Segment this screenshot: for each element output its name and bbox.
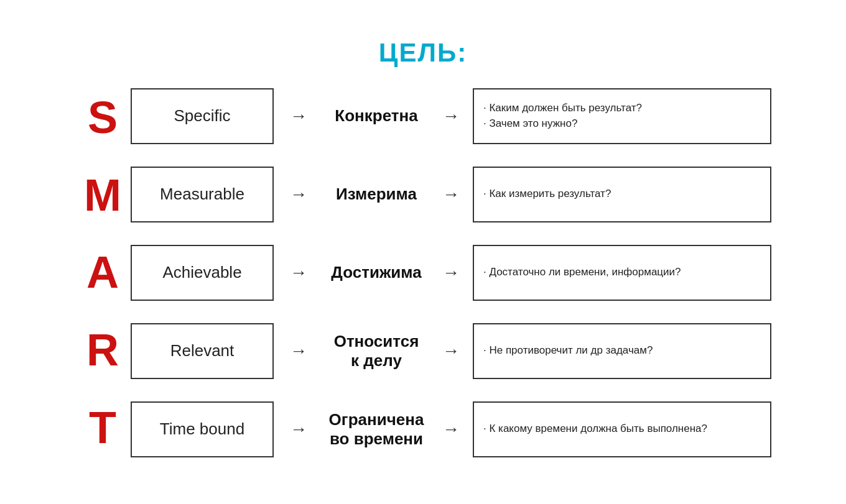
english-word-1: Measurable	[131, 167, 274, 222]
page-title: ЦЕЛЬ:	[379, 38, 467, 68]
main-container: ЦЕЛЬ: SMART Specific→Конкретна→· Каким д…	[50, 25, 796, 479]
smart-letter-a: A	[86, 234, 119, 311]
arrow1-4: →	[274, 419, 323, 439]
smart-rows-column: Specific→Конкретна→· Каким должен быть р…	[131, 79, 771, 467]
smart-letter-m: M	[84, 156, 121, 234]
russian-word-4: Ограничена во времени	[323, 410, 429, 449]
arrow1-1: →	[274, 185, 323, 204]
arrow1-0: →	[274, 106, 323, 126]
arrow2-3: →	[429, 341, 473, 361]
smart-letter-r: R	[86, 311, 119, 389]
smart-letter-s: S	[88, 79, 118, 157]
english-word-2: Achievable	[131, 245, 274, 301]
english-word-0: Specific	[131, 88, 274, 144]
smart-row-4: Time bound→Ограничена во времени→· К как…	[131, 392, 771, 467]
description-box-1: · Как измерить результат?	[473, 167, 771, 222]
arrow2-4: →	[429, 419, 473, 439]
russian-word-3: Относится к делу	[323, 332, 429, 370]
smart-row-1: Measurable→Измерима→· Как измерить резул…	[131, 157, 771, 232]
description-box-3: · Не противоречит ли др задачам?	[473, 323, 771, 379]
arrow2-1: →	[429, 185, 473, 204]
russian-word-0: Конкретна	[323, 106, 429, 126]
smart-letter-t: T	[89, 389, 116, 467]
arrow1-3: →	[274, 341, 323, 361]
smart-letters-column: SMART	[75, 79, 131, 467]
arrow2-0: →	[429, 106, 473, 126]
english-word-4: Time bound	[131, 401, 274, 457]
smart-row-2: Achievable→Достижима→· Достаточно ли вре…	[131, 236, 771, 310]
description-box-2: · Достаточно ли времени, информации?	[473, 245, 771, 301]
description-box-4: · К какому времени должна быть выполнена…	[473, 401, 771, 457]
arrow2-2: →	[429, 263, 473, 283]
smart-row-3: Relevant→Относится к делу→· Не противоре…	[131, 314, 771, 388]
description-box-0: · Каким должен быть результат? · Зачем э…	[473, 88, 771, 144]
english-word-3: Relevant	[131, 323, 274, 379]
russian-word-2: Достижима	[323, 263, 429, 282]
smart-diagram: SMART Specific→Конкретна→· Каким должен …	[75, 79, 771, 467]
arrow1-2: →	[274, 263, 323, 283]
smart-row-0: Specific→Конкретна→· Каким должен быть р…	[131, 79, 771, 153]
russian-word-1: Измерима	[323, 185, 429, 204]
